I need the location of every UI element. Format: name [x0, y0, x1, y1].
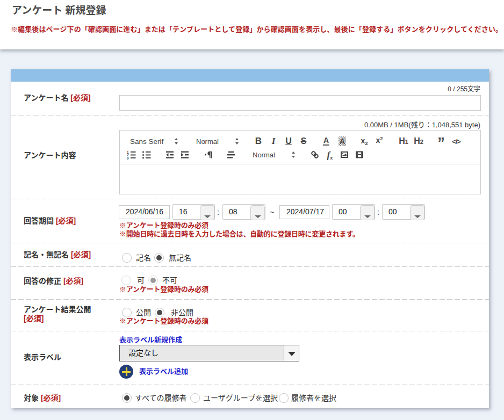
svg-text:0: 0 [127, 156, 129, 160]
